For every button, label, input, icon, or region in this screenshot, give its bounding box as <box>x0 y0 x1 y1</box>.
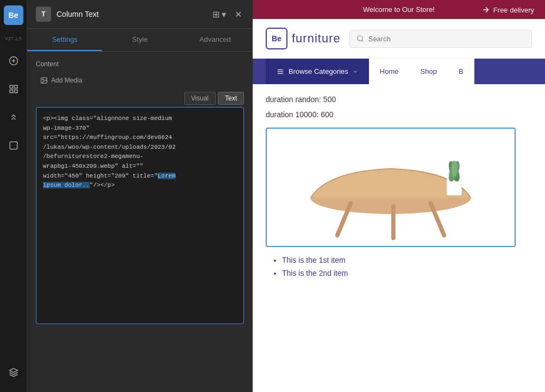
announcement-delivery: Free delivery <box>481 5 534 14</box>
sidebar: Be V27.1.5 <box>0 0 27 392</box>
svg-point-24 <box>451 161 458 176</box>
code-suffix: "/></p> <box>90 182 115 188</box>
editor-panel: T Column Text ⊞ ▾ ✕ Settings Style Advan… <box>27 0 253 392</box>
panel-header: T Column Text ⊞ ▾ ✕ <box>27 0 253 29</box>
svg-point-10 <box>42 79 43 80</box>
tab-style[interactable]: Style <box>102 29 177 51</box>
nav-link-shop[interactable]: Shop <box>410 59 448 84</box>
menu-icon <box>277 68 284 75</box>
svg-line-12 <box>361 40 363 42</box>
layers-icon[interactable] <box>5 364 22 381</box>
svg-rect-6 <box>14 90 17 93</box>
logo-box: Be <box>266 28 287 49</box>
version-text: V27.1.5 <box>5 36 22 41</box>
duration-text-1: duration randon: 500 <box>266 95 532 104</box>
svg-marker-8 <box>9 369 17 373</box>
move-icon[interactable] <box>5 109 22 126</box>
add-element-icon[interactable] <box>5 52 22 69</box>
website-preview: Welcome to Our Store! Free delivery Be f… <box>253 0 545 392</box>
panel-options-button[interactable]: ⊞ ▾ <box>210 8 228 21</box>
panel-header-actions: ⊞ ▾ ✕ <box>210 8 244 21</box>
content-label: Content <box>36 60 244 68</box>
tab-advanced[interactable]: Advanced <box>178 29 253 51</box>
panel-title: Column Text <box>57 10 205 18</box>
furniture-image <box>267 129 515 246</box>
visual-tab-button[interactable]: Visual <box>184 92 216 105</box>
svg-rect-4 <box>14 85 17 88</box>
list-item-1: This is the 1st item <box>282 256 532 264</box>
list-item-2: This is the 2nd item <box>282 269 532 277</box>
layout-icon[interactable] <box>5 80 22 98</box>
bullet-list: This is the 1st item This is the 2nd ite… <box>266 256 532 277</box>
column-text-icon: T <box>36 7 51 22</box>
tab-settings[interactable]: Settings <box>27 29 102 51</box>
nav-link-home[interactable]: Home <box>369 59 410 84</box>
editor-toolbar: Visual Text <box>36 92 244 105</box>
svg-rect-5 <box>10 90 12 93</box>
page-icon[interactable] <box>5 137 22 154</box>
svg-rect-3 <box>10 85 12 88</box>
panel-content: Content Add Media Visual Text <p><img cl… <box>27 52 253 392</box>
be-logo[interactable]: Be <box>4 5 23 25</box>
chevron-down-icon <box>353 69 358 74</box>
nav-links: Home Shop B <box>369 59 474 84</box>
panel-close-button[interactable]: ✕ <box>233 8 244 21</box>
svg-rect-20 <box>447 179 461 195</box>
announcement-text: Welcome to Our Store! <box>363 5 435 14</box>
nav-link-other[interactable]: B <box>448 59 474 84</box>
add-media-label: Add Media <box>51 77 82 84</box>
code-editor[interactable]: <p><img class="alignnone size-medium wp-… <box>36 107 244 324</box>
code-prefix: <p><img class="alignnone size-medium wp-… <box>43 115 176 179</box>
announcement-bar: Welcome to Our Store! Free delivery <box>253 0 545 19</box>
add-media-button[interactable]: Add Media <box>36 74 86 86</box>
browse-categories-button[interactable]: Browse Categories <box>266 59 369 84</box>
duration-text-2: duration 10000: 600 <box>266 110 532 119</box>
site-nav: Browse Categories Home Shop B <box>253 59 545 84</box>
svg-point-11 <box>357 36 362 41</box>
search-bar[interactable] <box>349 30 532 48</box>
svg-rect-7 <box>10 142 17 149</box>
logo-text: furniture <box>292 31 341 46</box>
site-header: Be furniture <box>253 19 545 59</box>
search-input[interactable] <box>368 35 525 43</box>
product-image-box <box>266 128 516 247</box>
panel-tabs: Settings Style Advanced <box>27 29 253 52</box>
site-logo: Be furniture <box>266 28 341 49</box>
main-content: duration randon: 500 duration 10000: 600 <box>253 84 545 293</box>
search-icon <box>356 35 364 42</box>
text-tab-button[interactable]: Text <box>218 92 244 105</box>
